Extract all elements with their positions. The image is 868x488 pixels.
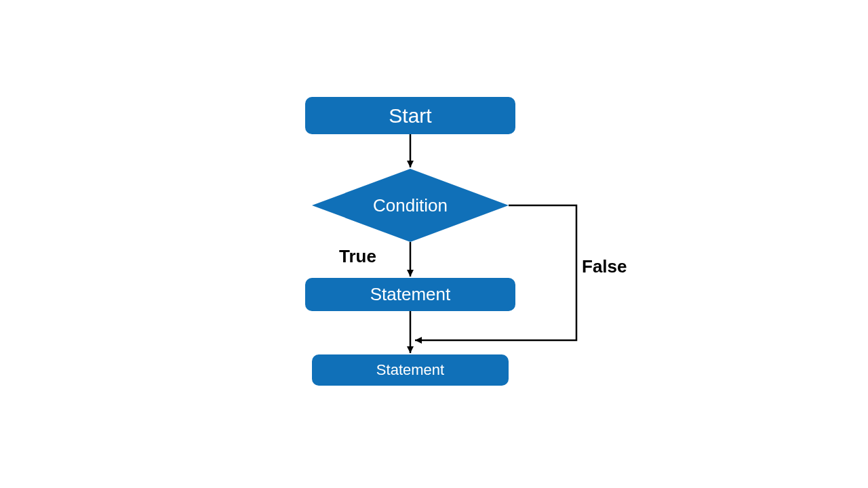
node-condition-label: Condition bbox=[373, 195, 448, 216]
node-start-label: Start bbox=[389, 104, 431, 127]
node-statement-2: Statement bbox=[312, 354, 509, 386]
node-statement-1-label: Statement bbox=[370, 284, 451, 305]
node-start: Start bbox=[305, 97, 515, 134]
flowchart-connectors bbox=[0, 0, 868, 488]
node-statement-2-label: Statement bbox=[376, 361, 444, 379]
edge-label-false: False bbox=[582, 256, 627, 277]
node-statement-1: Statement bbox=[305, 278, 515, 311]
edge-label-true: True bbox=[339, 246, 376, 267]
node-condition: Condition bbox=[312, 169, 509, 242]
